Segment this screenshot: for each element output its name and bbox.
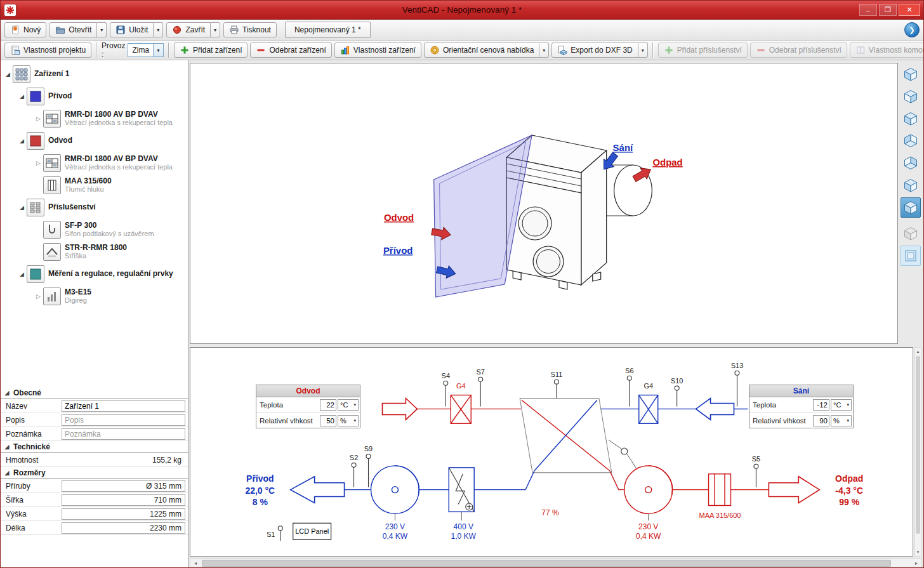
remove-device-button[interactable]: Odebrat zařízení — [250, 43, 331, 58]
maximize-button[interactable]: ❐ — [879, 4, 897, 16]
schematic-canvas[interactable]: S4 S7 S11 S6 S10 S13 S2 S9 S5 S1 G4 G4 7… — [190, 347, 913, 557]
vertical-scrollbar[interactable]: ▴ ▾ — [914, 347, 921, 557]
privod-label[interactable]: Přívod — [383, 245, 413, 256]
odvod-label[interactable]: Odvod — [384, 212, 414, 223]
expander-open-icon[interactable] — [3, 444, 11, 450]
scroll-down-icon[interactable]: ▾ — [915, 548, 921, 556]
close-dropdown-icon[interactable] — [211, 22, 220, 37]
document-tab[interactable]: Nepojmenovaný 1 * — [285, 22, 371, 38]
sensor-s7[interactable]: S7 — [476, 368, 484, 407]
expander-closed-icon[interactable] — [34, 160, 43, 166]
sensor-s10[interactable]: S10 — [671, 377, 683, 407]
mode-select[interactable]: Zima — [128, 43, 164, 57]
scroll-right-icon[interactable]: ▸ — [911, 559, 921, 567]
expander-closed-icon[interactable] — [34, 293, 43, 300]
export-dxf-dropdown-icon[interactable] — [638, 43, 648, 58]
sensor-s11[interactable]: S11 — [551, 371, 563, 399]
intake-filter-g4[interactable] — [639, 395, 658, 424]
odvod-temp-input[interactable] — [320, 399, 336, 411]
expander-open-icon[interactable] — [3, 390, 11, 396]
save-button[interactable]: Uložit — [110, 22, 154, 37]
sani-humidity-unit-select[interactable]: % — [831, 415, 852, 426]
tree-item-sfp[interactable]: SF-P 300Sifon podtlakový s uzávěrem — [1, 218, 188, 241]
expander-closed-icon[interactable] — [34, 116, 43, 122]
bypass-damper[interactable] — [609, 440, 636, 468]
print-button[interactable]: Tisknout — [223, 22, 277, 37]
name-input[interactable] — [62, 400, 185, 412]
style-orb-button[interactable]: ❯ — [904, 22, 920, 37]
sensor-s6[interactable]: S6 — [625, 367, 633, 407]
add-accessory-button[interactable]: Přidat příslušenství — [658, 43, 748, 58]
expander-open-icon[interactable] — [17, 204, 27, 211]
expander-open-icon[interactable] — [17, 138, 27, 144]
heat-exchanger-symbol[interactable] — [520, 399, 612, 473]
view-2d-button-selected[interactable] — [901, 246, 921, 266]
save-dropdown-icon[interactable] — [154, 22, 163, 37]
close-document-button[interactable]: Zavřít — [166, 22, 211, 37]
expander-open-icon[interactable] — [3, 71, 13, 77]
supply-fan-symbol[interactable] — [371, 466, 419, 514]
view-cube-button-6[interactable] — [901, 175, 921, 195]
view-cube-button-1[interactable] — [901, 64, 921, 84]
tree-item-privod[interactable]: Přívod — [1, 85, 188, 107]
view-cube-button-5[interactable] — [901, 153, 921, 173]
price-quote-dropdown-icon[interactable] — [539, 43, 549, 58]
iso-3d-canvas[interactable]: Sání Odpad Odvod Přívod — [190, 63, 898, 344]
scroll-left-icon[interactable]: ◂ — [190, 559, 201, 567]
open-dropdown-icon[interactable] — [97, 22, 107, 37]
sani-label[interactable]: Sání — [613, 142, 633, 153]
add-device-button[interactable]: Přidat zařízení — [174, 43, 248, 58]
tree-item-rmr-privod[interactable]: RMR-DI 1800 AV BP DVAVVětrací jednotka s… — [1, 107, 188, 129]
sensor-s5[interactable]: S5 — [752, 455, 760, 487]
chamber-properties-button[interactable]: Vlastnosti komory — [850, 43, 924, 58]
new-button[interactable]: Nový — [4, 22, 46, 37]
expander-open-icon[interactable] — [3, 470, 11, 476]
open-button[interactable]: Otevřít — [50, 22, 97, 37]
note-input[interactable] — [62, 428, 185, 440]
project-properties-button[interactable]: Vlastnosti projektu — [4, 43, 91, 58]
remove-accessory-button[interactable]: Odebrat příslušenství — [750, 43, 847, 58]
export-dxf-button[interactable]: Export do DXF 3D — [551, 43, 638, 58]
expander-open-icon[interactable] — [17, 271, 27, 277]
tree-item-m3e15[interactable]: M3-E15Digireg — [1, 285, 188, 307]
odpad-label[interactable]: Odpad — [652, 157, 682, 168]
titlebar[interactable]: VentiCAD - Nepojmenovaný 1 * – ❐ ✕ — [1, 1, 923, 20]
section-dimensions[interactable]: Rozměry — [1, 467, 188, 479]
tree-item-odvod[interactable]: Odvod — [1, 129, 188, 152]
sensor-s13[interactable]: S13 — [731, 362, 744, 407]
silencer-symbol[interactable] — [709, 474, 731, 506]
section-general[interactable]: Obecné — [1, 387, 188, 399]
sensor-s1[interactable]: S1 — [267, 526, 282, 541]
odvod-humidity-unit-select[interactable]: % — [338, 415, 359, 426]
scroll-up-icon[interactable]: ▴ — [915, 348, 921, 355]
mode-dropdown-icon[interactable] — [153, 44, 163, 56]
tree-item-maa[interactable]: MAA 315/600Tlumič hluku — [1, 174, 188, 196]
electric-heater-symbol[interactable] — [449, 468, 474, 512]
odvod-humidity-input[interactable] — [320, 415, 336, 426]
exhaust-filter-g4[interactable] — [451, 395, 471, 424]
tree-item-device1[interactable]: Zařízení 1 — [1, 63, 188, 85]
sensor-s2[interactable]: S2 — [350, 454, 358, 487]
close-button[interactable]: ✕ — [899, 4, 920, 16]
view-cube-button-2[interactable] — [901, 86, 921, 107]
price-quote-button[interactable]: Orientační cenová nabídka — [424, 43, 539, 58]
device-properties-button[interactable]: Vlastnosti zařízení — [334, 43, 421, 58]
sani-humidity-input[interactable] — [813, 415, 829, 426]
vertical-scrollbar-thumb[interactable] — [916, 356, 920, 534]
tree-item-mar[interactable]: Měření a regulace, regulační prvky — [1, 263, 188, 285]
horizontal-scrollbar[interactable]: ◂ ▸ — [190, 558, 922, 568]
description-input[interactable] — [62, 414, 185, 426]
lcd-panel-symbol[interactable]: LCD Panel — [293, 523, 331, 539]
tree-item-rmr-odvod[interactable]: RMR-DI 1800 AV BP DVAVVětrací jednotka s… — [1, 152, 188, 174]
section-technical[interactable]: Technické — [1, 441, 188, 453]
minimize-button[interactable]: – — [859, 4, 877, 16]
view-cube-button-3[interactable] — [901, 109, 921, 129]
sensor-s9[interactable]: S9 — [364, 445, 373, 487]
odvod-temp-unit-select[interactable]: °C — [338, 399, 359, 411]
view-cube-button-disabled[interactable] — [901, 223, 921, 244]
horizontal-scrollbar-thumb[interactable] — [202, 560, 891, 567]
view-cube-button-4[interactable] — [901, 131, 921, 151]
sensor-s4[interactable]: S4 — [442, 372, 450, 407]
exhaust-fan-symbol[interactable] — [624, 466, 673, 514]
expander-open-icon[interactable] — [17, 93, 27, 100]
